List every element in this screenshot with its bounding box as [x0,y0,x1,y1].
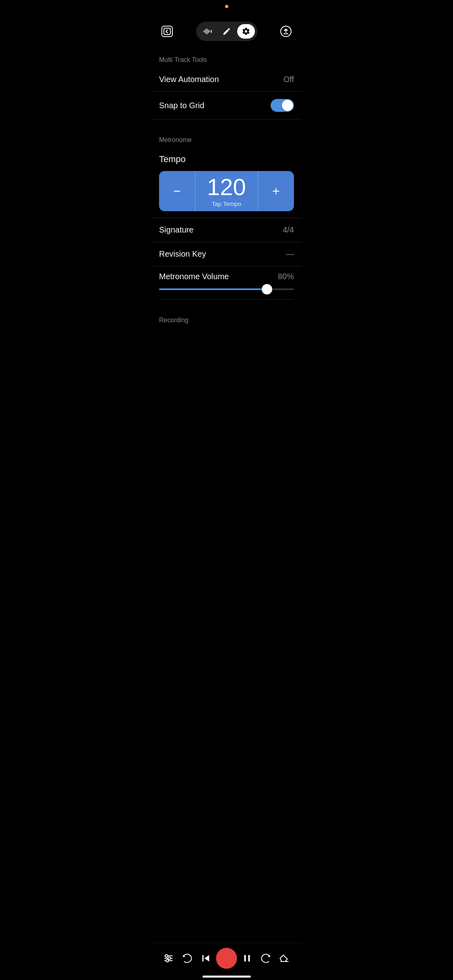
multi-track-tools-label: Multi Track Tools [159,56,207,63]
back-button[interactable] [159,23,175,39]
svg-rect-1 [203,30,204,33]
svg-rect-0 [164,28,170,35]
metronome-volume-label: Metronome Volume [159,272,229,281]
tempo-control: − 120 Tap Tempo + [159,171,294,211]
metronome-section-label: Metronome [159,136,192,143]
svg-rect-2 [205,29,206,34]
metronome-volume-row: Metronome Volume 80% [151,266,302,300]
metronome-section-header: Metronome [151,129,302,148]
svg-rect-3 [207,29,207,35]
volume-slider-fill [159,288,267,290]
bottom-spacer [151,328,302,368]
tap-tempo-label: Tap Tempo [212,200,241,207]
svg-rect-4 [208,29,209,33]
tempo-decrement-button[interactable]: − [159,171,195,211]
revision-key-row[interactable]: Revision Key — [151,242,302,266]
recording-section-header: Recording [151,309,302,328]
tempo-label: Tempo [151,148,302,168]
snap-to-grid-toggle[interactable] [271,99,294,112]
metronome-volume-value: 80% [278,272,294,281]
volume-slider-container [159,285,294,300]
signature-value: 4/4 [283,225,294,235]
revision-key-label: Revision Key [159,249,206,259]
waveform-tab[interactable] [199,24,216,39]
view-automation-label: View Automation [159,75,219,84]
revision-key-value: — [286,249,294,259]
pen-tab[interactable] [218,24,236,39]
status-dot [225,5,228,8]
status-bar [151,0,302,18]
header [151,18,302,49]
toolbar-pill [196,22,257,41]
settings-tab[interactable] [237,24,255,39]
multi-track-tools-section-header: Multi Track Tools [151,49,302,68]
signature-label: Signature [159,225,194,235]
tempo-value: 120 [207,175,246,199]
view-automation-row[interactable]: View Automation Off [151,68,302,92]
back-icon [161,26,173,37]
svg-rect-5 [209,31,210,32]
volume-slider-thumb[interactable] [262,284,272,294]
tempo-increment-button[interactable]: + [258,171,294,211]
tap-tempo-button[interactable]: 120 Tap Tempo [195,175,258,207]
snap-to-grid-label: Snap to Grid [159,101,204,110]
spacer1 [151,119,302,129]
volume-slider-track [159,288,294,290]
signature-row[interactable]: Signature 4/4 [151,218,302,242]
toggle-knob [282,100,293,111]
recording-section-label: Recording [159,317,188,323]
upload-button[interactable] [278,23,294,39]
svg-rect-6 [211,30,212,33]
snap-to-grid-row: Snap to Grid [151,92,302,119]
view-automation-value: Off [283,75,294,84]
spacer2 [151,300,302,309]
